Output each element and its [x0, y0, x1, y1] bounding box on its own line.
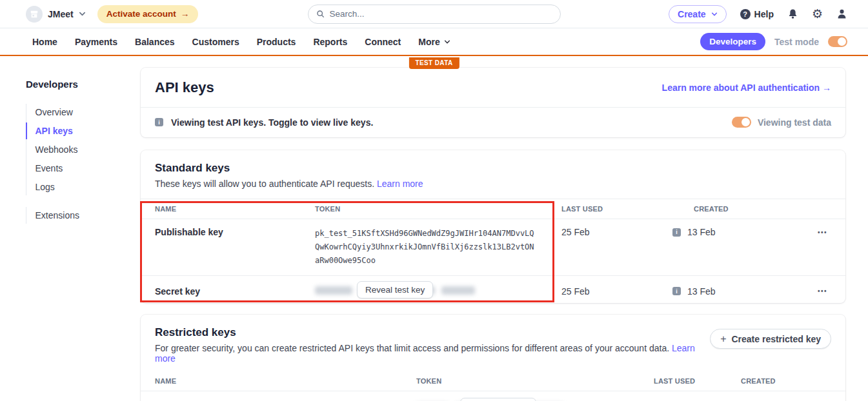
created-cell: i 13 Feb ••• — [672, 227, 831, 237]
standard-keys-header: Standard keys These keys will allow you … — [141, 150, 845, 199]
chevron-down-icon — [711, 11, 718, 17]
column-header-name: NAME — [155, 377, 416, 385]
test-data-badge: TEST DATA — [409, 57, 459, 69]
create-restricted-key-button[interactable]: + Create restricted key — [710, 329, 831, 349]
stripe-dashboard: JMeet Activate account → Create ? Help — [0, 0, 868, 401]
key-name: Publishable key — [155, 227, 315, 237]
gear-icon[interactable]: ⚙ — [812, 8, 823, 20]
standard-keys-card: Standard keys These keys will allow you … — [141, 150, 845, 303]
test-mode-label: Test mode — [774, 37, 819, 47]
test-mode-toggle[interactable] — [828, 36, 847, 47]
sidebar-item-overview[interactable]: Overview — [26, 104, 130, 121]
banner-text: Viewing test API keys. Toggle to view li… — [171, 117, 373, 128]
nav-item-payments[interactable]: Payments — [75, 37, 117, 47]
standard-keys-subtitle: These keys will allow you to authenticat… — [155, 179, 831, 189]
viewing-test-data-toggle[interactable] — [732, 117, 751, 128]
info-icon: i — [155, 118, 163, 126]
search-input[interactable] — [330, 9, 552, 19]
nav-item-home[interactable]: Home — [32, 37, 57, 47]
sidebar-item-events[interactable]: Events — [26, 160, 130, 177]
sidebar-heading: Developers — [26, 79, 129, 90]
activate-account-label: Activate account — [106, 9, 176, 19]
standard-keys-table: NAME TOKEN LAST USED CREATED — [141, 199, 845, 219]
developers-button[interactable]: Developers — [700, 33, 765, 50]
nav-item-balances[interactable]: Balances — [135, 37, 174, 47]
publishable-key-row-wrap: Publishable key pk_test_51KSftXSHd96GWNe… — [141, 219, 845, 275]
table-header-row: NAME TOKEN LAST USED CREATED — [155, 199, 831, 219]
page-title-row: API keys Learn more about API authentica… — [141, 68, 845, 107]
store-avatar — [26, 6, 43, 23]
hidden-token-cell: Reveal test key — [315, 282, 561, 300]
bell-icon[interactable] — [787, 8, 798, 19]
plus-icon: + — [720, 333, 726, 345]
nav-item-connect[interactable]: Connect — [365, 37, 401, 47]
sidebar-group-primary: Overview API keys Webhooks Events Logs — [26, 104, 129, 195]
secret-key-row-wrap: Secret key Reveal test key 25 Feb i 13 F… — [141, 276, 845, 303]
learn-more-authentication-link[interactable]: Learn more about API authentication → — [662, 83, 831, 93]
nav-item-reports[interactable]: Reports — [313, 37, 347, 47]
create-label: Create — [678, 9, 706, 19]
created-value: 13 Feb — [687, 227, 716, 237]
standard-keys-learn-more-link[interactable]: Learn more — [377, 179, 423, 189]
restricted-keys-header: Restricted keys For greater security, yo… — [141, 315, 845, 364]
help-menu[interactable]: ? Help — [740, 9, 774, 19]
last-used-value: 25 Feb — [561, 286, 672, 297]
column-header-token: TOKEN — [416, 377, 654, 385]
sidebar-group-secondary: Extensions — [26, 207, 129, 224]
publishable-key-token[interactable]: pk_test_51KSftXSHd96GWNedWdZ9gJWIHr104AN… — [315, 227, 534, 268]
sidebar-item-webhooks[interactable]: Webhooks — [26, 141, 130, 158]
create-restricted-key-label: Create restricted key — [731, 334, 821, 344]
nav-item-customers[interactable]: Customers — [192, 37, 239, 47]
reveal-test-key-button[interactable]: Reveal test key — [460, 398, 536, 401]
toggle-knob — [742, 118, 750, 126]
standard-keys-title: Standard keys — [155, 162, 831, 175]
cli-key-row-wrap: CLI key for DESKTOP-QCQ3J6F Connect i Re… — [141, 391, 845, 401]
chevron-down-icon[interactable] — [79, 10, 86, 17]
chevron-down-icon — [444, 39, 450, 45]
reveal-test-key-button[interactable]: Reveal test key — [357, 281, 433, 298]
table-row-secret-key: Secret key Reveal test key 25 Feb i 13 F… — [155, 276, 831, 303]
more-label: More — [418, 37, 439, 47]
page-title: API keys — [155, 79, 214, 96]
nav-links: Home Payments Balances Customers Product… — [0, 37, 450, 47]
restricted-keys-title: Restricted keys — [155, 326, 710, 339]
create-button[interactable]: Create — [669, 5, 727, 23]
help-label: Help — [754, 9, 774, 19]
storefront-icon — [30, 10, 39, 19]
nav-item-products[interactable]: Products — [257, 37, 296, 47]
activate-account-button[interactable]: Activate account → — [97, 5, 199, 23]
main-nav: Home Payments Balances Customers Product… — [0, 28, 868, 56]
account-switcher[interactable]: JMeet Activate account → — [0, 5, 198, 23]
developers-sidebar: Developers Overview API keys Webhooks Ev… — [26, 79, 129, 226]
restricted-keys-table: NAME TOKEN LAST USED CREATED — [141, 371, 845, 391]
question-icon: ? — [740, 9, 751, 19]
api-keys-header-card: API keys Learn more about API authentica… — [141, 68, 845, 137]
arrow-right-icon: → — [181, 9, 190, 19]
banner-toggle-group: Viewing test data — [732, 117, 831, 128]
created-cell: i 13 Feb ••• — [672, 286, 831, 297]
account-name: JMeet — [48, 9, 74, 19]
test-keys-banner: i Viewing test API keys. Toggle to view … — [141, 108, 845, 137]
column-header-last-used: LAST USED — [561, 205, 672, 213]
search-icon — [316, 10, 325, 18]
overflow-menu-icon[interactable]: ••• — [818, 229, 831, 236]
table-header-row: NAME TOKEN LAST USED CREATED — [155, 371, 831, 391]
sidebar-item-api-keys[interactable]: API keys — [26, 122, 130, 139]
profile-icon[interactable] — [836, 8, 847, 19]
overflow-menu-icon[interactable]: ••• — [818, 288, 831, 295]
standard-keys-subtitle-text: These keys will allow you to authenticat… — [155, 179, 374, 189]
search-bar[interactable] — [308, 5, 561, 24]
column-header-name: NAME — [155, 205, 315, 213]
column-header-last-used: LAST USED — [654, 377, 728, 385]
sidebar-item-logs[interactable]: Logs — [26, 179, 130, 195]
restricted-keys-subtitle-text: For greater security, you can create res… — [155, 343, 669, 353]
info-icon: i — [672, 228, 681, 237]
nav-item-more[interactable]: More — [418, 37, 450, 47]
sidebar-item-extensions[interactable]: Extensions — [26, 207, 130, 224]
table-row-publishable-key: Publishable key pk_test_51KSftXSHd96GWNe… — [155, 219, 831, 275]
restricted-keys-subtitle: For greater security, you can create res… — [155, 343, 710, 364]
viewing-test-data-label: Viewing test data — [758, 117, 831, 128]
table-row-cli-key: CLI key for DESKTOP-QCQ3J6F Connect i Re… — [155, 391, 831, 401]
key-name: Secret key — [155, 286, 315, 297]
info-icon: i — [672, 287, 681, 295]
